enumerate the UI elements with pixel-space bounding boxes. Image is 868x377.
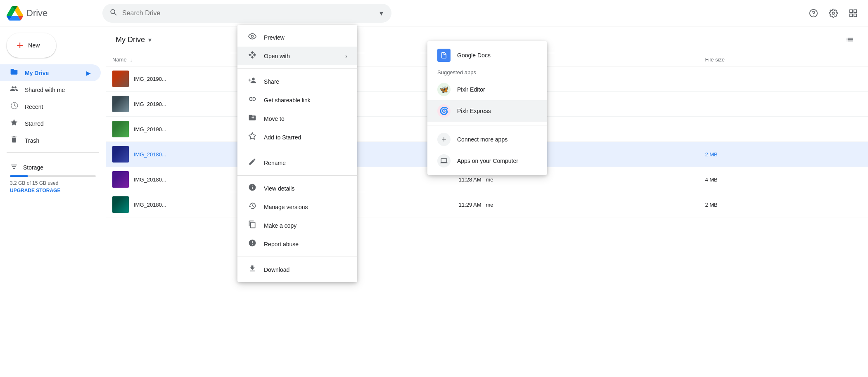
table-row[interactable]: IMG_20180... 11:29 AM me 2 MB: [106, 192, 868, 217]
context-menu-manage-versions[interactable]: Manage versions: [237, 198, 357, 216]
submenu-divider: [427, 125, 547, 125]
move-to-icon: [247, 113, 257, 124]
file-thumbnail: [112, 121, 129, 137]
content-header-right: [842, 31, 858, 48]
submenu-arrow-icon: ›: [345, 53, 347, 59]
help-button[interactable]: [805, 5, 822, 21]
open-with-submenu: Google Docs Suggested apps 🦋 Pixlr Edito…: [427, 41, 547, 175]
storage-icon: [10, 163, 18, 172]
google-docs-icon: [437, 49, 451, 62]
sidebar-starred-label: Starred: [25, 120, 44, 127]
grid-view-button[interactable]: [845, 5, 861, 21]
report-abuse-label: Report abuse: [264, 241, 299, 247]
drive-logo-icon: [7, 5, 23, 21]
recent-icon: [10, 101, 18, 112]
new-button[interactable]: + New: [7, 33, 56, 58]
context-menu-download[interactable]: Download: [237, 260, 357, 279]
sidebar-item-recent[interactable]: Recent: [0, 98, 101, 115]
context-menu-view-details[interactable]: View details: [237, 179, 357, 198]
context-menu-open-with[interactable]: Open with ›: [237, 47, 357, 65]
context-menu: Preview Open with › Share Get shareable …: [237, 25, 357, 282]
make-copy-icon: [247, 220, 257, 231]
sidebar-divider: [7, 152, 99, 153]
sidebar-recent-label: Recent: [25, 104, 43, 110]
connect-more-label: Connect more apps: [457, 136, 508, 143]
file-thumbnail: [112, 71, 129, 87]
manage-versions-icon: [247, 202, 257, 212]
file-thumbnail: [112, 146, 129, 163]
preview-label: Preview: [264, 34, 285, 41]
new-plus-icon: +: [17, 40, 23, 51]
rename-label: Rename: [264, 160, 286, 166]
context-menu-make-copy[interactable]: Make a copy: [237, 216, 357, 235]
sidebar-item-shared-with-me[interactable]: Shared with me: [0, 81, 101, 98]
sidebar: + New My Drive ▶ Shared with me Recent: [0, 26, 106, 377]
sidebar-item-trash[interactable]: Trash: [0, 132, 101, 149]
context-menu-divider-1: [237, 68, 357, 69]
report-abuse-icon: [247, 239, 257, 249]
sidebar-shared-label: Shared with me: [25, 87, 65, 93]
context-menu-preview[interactable]: Preview: [237, 28, 357, 47]
svg-marker-7: [249, 133, 256, 139]
content-title: My Drive: [116, 35, 145, 44]
storage-text-label: Storage: [23, 164, 43, 171]
suggested-apps-label: Suggested apps: [427, 66, 547, 79]
submenu-apps-computer[interactable]: Apps on your Computer: [427, 150, 547, 172]
context-menu-shareable-link[interactable]: Get shareable link: [237, 91, 357, 109]
shareable-link-label: Get shareable link: [264, 97, 311, 104]
context-menu-divider-3: [237, 175, 357, 176]
storage-label: Storage: [10, 163, 96, 172]
svg-point-6: [251, 35, 254, 38]
file-thumbnail: [112, 96, 129, 112]
manage-versions-label: Manage versions: [264, 204, 308, 210]
google-docs-label: Google Docs: [457, 52, 491, 59]
download-label: Download: [264, 266, 289, 273]
settings-button[interactable]: [825, 5, 842, 21]
list-view-button[interactable]: [842, 31, 858, 48]
submenu-pixlr-editor[interactable]: 🦋 Pixlr Editor: [427, 79, 547, 100]
upgrade-storage-link[interactable]: UPGRADE STORAGE: [10, 188, 96, 193]
search-icon: [109, 8, 117, 18]
link-icon: [247, 95, 257, 105]
sidebar-item-my-drive[interactable]: My Drive ▶: [0, 64, 101, 81]
add-starred-icon: [247, 132, 257, 142]
context-menu-move-to[interactable]: Move to: [237, 109, 357, 128]
view-details-icon: [247, 183, 257, 193]
add-starred-label: Add to Starred: [264, 134, 301, 141]
header-right: [805, 5, 861, 21]
context-menu-report-abuse[interactable]: Report abuse: [237, 235, 357, 253]
trash-icon: [10, 135, 18, 146]
submenu-pixlr-express[interactable]: 🌀 Pixlr Express: [427, 100, 547, 122]
my-drive-icon: [10, 68, 18, 78]
search-bar[interactable]: ▾: [102, 4, 391, 23]
submenu-google-docs[interactable]: Google Docs: [427, 45, 547, 66]
storage-bar-container: [10, 175, 96, 177]
pixlr-express-icon: 🌀: [437, 104, 451, 118]
col-size: File size: [698, 53, 868, 66]
download-icon: [247, 264, 257, 275]
sort-icon: ↓: [130, 57, 133, 63]
apps-computer-label: Apps on your Computer: [457, 158, 518, 164]
sidebar-my-drive-label: My Drive: [25, 70, 49, 76]
pixlr-editor-icon: 🦋: [437, 83, 451, 96]
svg-rect-4: [850, 14, 852, 16]
context-menu-rename[interactable]: Rename: [237, 153, 357, 172]
storage-bar: [10, 175, 28, 177]
header: Drive ▾: [0, 0, 868, 26]
svg-rect-2: [850, 9, 852, 12]
search-input[interactable]: [122, 9, 373, 17]
search-dropdown-button[interactable]: ▾: [378, 7, 385, 19]
storage-used-text: 3.2 GB of 15 GB used: [10, 180, 96, 186]
sidebar-trash-label: Trash: [25, 137, 39, 144]
sidebar-item-starred[interactable]: Starred: [0, 115, 101, 132]
pixlr-express-label: Pixlr Express: [457, 108, 491, 114]
context-menu-add-starred[interactable]: Add to Starred: [237, 128, 357, 146]
move-to-label: Move to: [264, 115, 285, 122]
title-dropdown-icon[interactable]: ▾: [148, 36, 152, 44]
submenu-connect-more[interactable]: + Connect more apps: [427, 129, 547, 150]
context-menu-divider-2: [237, 150, 357, 150]
context-menu-share[interactable]: Share: [237, 72, 357, 91]
open-with-icon: [247, 51, 257, 61]
starred-icon: [10, 118, 18, 129]
view-details-label: View details: [264, 185, 294, 192]
